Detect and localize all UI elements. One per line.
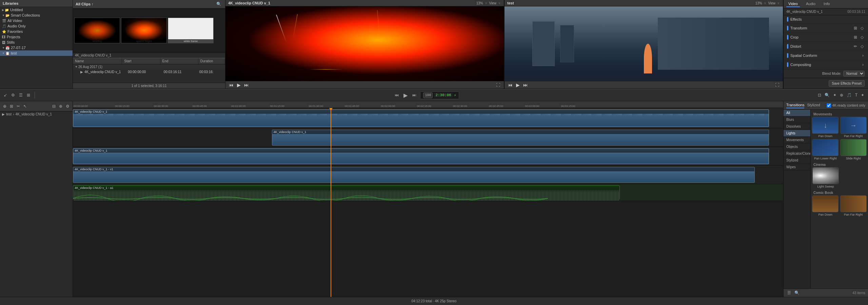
trans-footer-list-button[interactable]: ☰ [786, 290, 792, 296]
timeline-tool-select[interactable]: ↖ [22, 104, 28, 109]
timeline-settings[interactable]: ⚙ [65, 104, 71, 109]
library-item-audio-only[interactable]: 🎵 Audio Only [0, 23, 73, 29]
clip-a1-main[interactable]: 4K_videoclip CNUD v_1 - a1 [73, 186, 620, 200]
library-item-projects[interactable]: 🎞 Projects [0, 34, 73, 40]
inspector-tab-info[interactable]: Info [822, 1, 832, 7]
clip-v2-main[interactable]: 4K_videoclip CNUD v_1 [272, 130, 769, 146]
library-item-stills[interactable]: 🖼 Stills [0, 40, 73, 45]
filmstrip-thumb-2[interactable]: sparks bright [121, 18, 167, 43]
video-icon: 🎬 [2, 19, 6, 23]
library-item-favorites[interactable]: ⭐ Favorites [0, 29, 73, 34]
library-item-smart-collections[interactable]: ▼ 📂 Smart Collections [0, 13, 73, 18]
trans-pan-lower-right[interactable]: Pan Lower Right [812, 139, 839, 160]
trans-slide-right[interactable]: Slide Right [840, 139, 867, 160]
col-header-duration: Duration [198, 58, 225, 64]
path-clip[interactable]: 4K_videoclip CNUD v_1 [15, 112, 52, 116]
cat-wipes[interactable]: Wipes [784, 164, 810, 171]
right-tool-2[interactable]: 🔍 [824, 92, 831, 98]
viewers-wrapper: 4K_videoclip CNUD v_1 13% ▼ View ▼ [225, 0, 783, 89]
timeline-tool-snap[interactable]: ⊞ [9, 104, 14, 109]
tool-list-button[interactable]: ☰ [18, 92, 24, 98]
goto-end-right-button[interactable]: ⏭ [522, 82, 529, 88]
filmstrip-thumb-3[interactable]: white frame [168, 18, 214, 43]
trans-footer-search-button[interactable]: 🔍 [793, 290, 801, 296]
inspector-header: Video Audio Info [784, 0, 868, 8]
timeline-zoom-out[interactable]: ⊟ [51, 104, 57, 109]
cat-replicator[interactable]: Replicator/Clones [784, 150, 810, 157]
spatial-chevron-button[interactable]: › [861, 53, 865, 58]
tab-transitions[interactable]: Transitions [786, 102, 804, 108]
clip-v4-main[interactable]: 4K_videoclip CNUD v_1 - v1 [73, 167, 755, 183]
cat-lights[interactable]: Lights [784, 130, 810, 137]
trans-pan-down-2[interactable]: Pan Down [812, 195, 839, 216]
timeline-zoom-in[interactable]: ⊕ [58, 104, 63, 109]
tool-gear-button[interactable]: ⚙ [10, 92, 16, 98]
transform-reset-button[interactable]: ⊞ [853, 25, 858, 31]
blend-mode-select[interactable]: Normal [843, 71, 865, 77]
trans-pan-down-1[interactable]: Pan Down [812, 117, 839, 138]
distort-edit-button[interactable]: ✏ [853, 44, 858, 49]
forward-button[interactable]: ⏭ [411, 92, 417, 98]
right-tool-7[interactable]: ✦ [860, 92, 865, 98]
tool-grid-button[interactable]: ⊞ [26, 92, 31, 98]
goto-start-right-button[interactable]: ⏮ [507, 82, 513, 88]
library-item-date[interactable]: ▼ 📅 27-07-17 [0, 45, 73, 50]
compositing-chevron-button[interactable]: › [861, 62, 865, 67]
fullscreen-button-left[interactable]: ⛶ [495, 82, 501, 88]
right-tool-3[interactable]: ✦ [832, 92, 837, 98]
play-button-right[interactable]: ▶ [515, 82, 520, 88]
fullscreen-button-right[interactable]: ⛶ [774, 82, 780, 88]
cat-movements[interactable]: Movements [784, 137, 810, 144]
middle-toolbar-row: ↙ ⚙ ☰ ⊞ ⏮ ▶ ⏭ 100 2:30:06 ⚡ ⊡ 🔍 ✦ ⊕ 🎵 T [0, 89, 868, 101]
search-button[interactable]: 🔍 [215, 1, 222, 7]
inspector-tab-video[interactable]: Video [786, 1, 800, 7]
save-effects-preset-button[interactable]: Save Effects Preset [829, 80, 865, 87]
path-test[interactable]: test [6, 112, 12, 116]
goto-start-button[interactable]: ⏮ [228, 82, 234, 88]
transform-animate-button[interactable]: ◇ [860, 25, 865, 31]
right-tool-4[interactable]: ⊕ [839, 92, 844, 98]
back-button[interactable]: ⏮ [394, 92, 400, 98]
goto-end-button[interactable]: ⏭ [243, 82, 250, 88]
library-item-test[interactable]: ▼ 📋 test [0, 50, 73, 56]
timeline-tool-add[interactable]: ⊕ [2, 104, 7, 109]
tab-stylized[interactable]: Stylized [807, 102, 820, 108]
trans-pan-far-right-1[interactable]: Pan Far Right [840, 117, 867, 138]
inspector-spatial-conform[interactable]: Spatial Conform › [784, 51, 868, 60]
inspector-tab-audio[interactable]: Audio [804, 1, 817, 7]
crop-reset-button[interactable]: ⊞ [853, 35, 858, 40]
right-tool-6[interactable]: T [854, 92, 859, 98]
inspector-compositing[interactable]: Compositing › [784, 60, 868, 69]
cat-dissolves[interactable]: Dissolves [784, 123, 810, 130]
tool-arrow-button[interactable]: ↙ [3, 92, 8, 98]
distort-animate-button[interactable]: ◇ [860, 44, 865, 49]
right-tool-5[interactable]: 🎵 [846, 92, 853, 98]
inspector-distort[interactable]: Distort ✏ ◇ [784, 42, 868, 51]
trans-light-sweep[interactable]: Light Sweep [812, 167, 839, 188]
effects-indicator [787, 17, 788, 22]
play-pause-button[interactable]: ▶ [402, 92, 409, 99]
cat-stylized[interactable]: Stylized [784, 157, 810, 164]
cat-all[interactable]: All [784, 110, 810, 116]
library-item-all-video[interactable]: 🎬 All Video [0, 18, 73, 23]
timeline-tool-blade[interactable]: ✂ [16, 104, 21, 109]
4k-checkbox-label[interactable]: 4K-ready content only [827, 103, 865, 108]
4k-checkbox[interactable] [827, 103, 831, 108]
trans-pan-far-right-2[interactable]: Pan Far Right [840, 195, 867, 216]
filmstrip-thumb-1[interactable]: welding [74, 18, 120, 43]
inspector-effects[interactable]: Effects [784, 15, 868, 24]
inspector-crop[interactable]: Crop ⊞ ◇ [784, 33, 868, 42]
timeline-sidebar: ⊕ ⊞ ✂ ↖ ⊟ ⊕ ⚙ ▶ test › 4K_videoclip CNUD… [0, 101, 73, 297]
right-tool-1[interactable]: ⊡ [817, 92, 822, 98]
crop-animate-button[interactable]: ◇ [860, 35, 865, 40]
browser-date-row: ▼ 26 Aug 2017 (1) [73, 64, 225, 69]
browser-footer: 1 of 1 selected, 3:16:11 [73, 83, 225, 89]
clip-v3-main[interactable]: 4K_videoclip CNUD v_1 [73, 148, 769, 164]
cat-blurs[interactable]: Blurs [784, 116, 810, 123]
cat-objects[interactable]: Objects [784, 144, 810, 150]
play-button-left[interactable]: ▶ [236, 82, 241, 88]
browser-clip-row[interactable]: ▶ 4K_videoclip CNUD v_1 00:00:00:00 00:0… [73, 69, 225, 74]
clip-v1-main[interactable]: 4K_videoclip CNUD v_1 [73, 109, 769, 127]
inspector-transform[interactable]: Transform ⊞ ◇ [784, 24, 868, 33]
library-item-untitled[interactable]: ▶ 📁 Untitled [0, 7, 73, 13]
